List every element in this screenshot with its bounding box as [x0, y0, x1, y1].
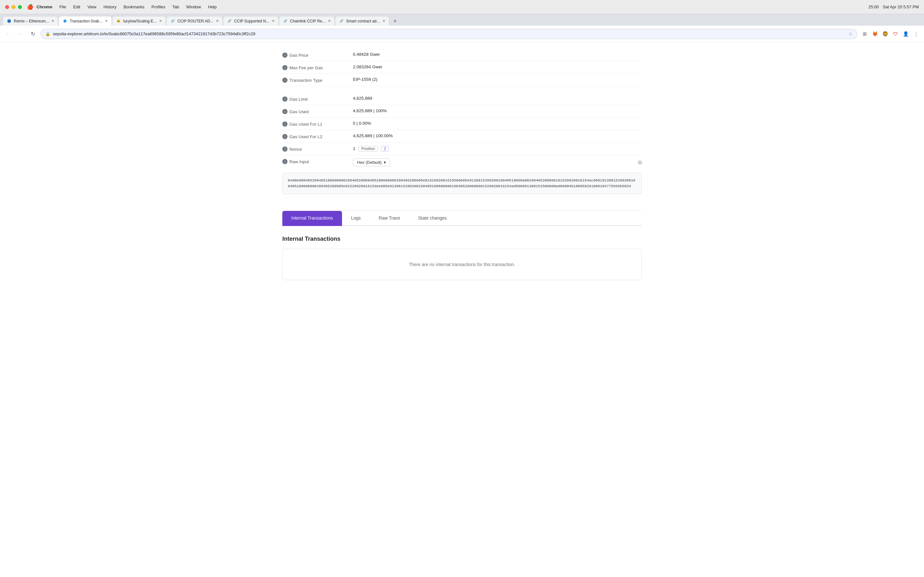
empty-state-box: There are no internal transactions for t…: [282, 249, 642, 280]
tab-navigation: Internal Transactions Logs Raw Trace Sta…: [282, 211, 642, 226]
tab-chainlink[interactable]: 🔗 Chainlink CCIP Re... ✕: [279, 16, 335, 26]
minimize-button[interactable]: [11, 5, 15, 9]
menu-dots-icon[interactable]: ⋮: [912, 30, 920, 38]
nonce-value: 1 Position 2: [353, 146, 642, 152]
raw-input-label: i Raw Input: [282, 158, 353, 164]
tab-close-remix[interactable]: ✕: [51, 19, 54, 23]
profile-icon[interactable]: 👤: [901, 30, 910, 38]
tab-ccip-supported[interactable]: 🔗 CCIP Supported N... ✕: [223, 16, 279, 26]
brave-icon[interactable]: 🦁: [881, 30, 889, 38]
tab-close-ccip-supported[interactable]: ✕: [272, 19, 275, 23]
tab-state-changes[interactable]: State changes: [409, 211, 456, 226]
metamask-icon[interactable]: 🦊: [871, 30, 879, 38]
gas-l2-info-icon[interactable]: i: [282, 134, 288, 139]
tab-title-chainlink: Chainlink CCIP Re...: [290, 19, 325, 23]
tab-title-ccip-router: CCIP ROUTER AD...: [178, 19, 213, 23]
tab-content-internal: Internal Transactions There are no inter…: [282, 226, 642, 290]
ublock-icon[interactable]: 🛡: [891, 30, 900, 38]
gas-used-label: i Gas Used: [282, 108, 353, 114]
tab-favicon-transaction: 🔷: [63, 19, 67, 23]
gas-l1-info-icon[interactable]: i: [282, 121, 288, 127]
tab-close-smart-contract[interactable]: ✕: [383, 19, 385, 23]
menu-history[interactable]: History: [100, 3, 120, 11]
tab-title-lucylow: lucylow/Scaling-E...: [123, 19, 157, 23]
gas-price-row: i Gas Price 0.48428 Gwei: [282, 49, 642, 61]
address-field[interactable]: 🔒 sepolia-explorer.arbitrum.io/tx/0xabc8…: [40, 29, 857, 39]
back-button[interactable]: ←: [4, 29, 13, 39]
max-fee-value: 2.083284 Gwei: [353, 64, 642, 69]
traffic-lights[interactable]: [5, 5, 22, 9]
titlebar-right: 25:00 Sat Apr 20 5:57 PM: [869, 5, 919, 9]
menu-bar: Chrome File Edit View History Bookmarks …: [33, 3, 869, 11]
tab-close-transaction[interactable]: ✕: [105, 19, 108, 23]
menu-chrome[interactable]: Chrome: [33, 3, 55, 11]
tab-title-smart-contract: Smart contract ad...: [346, 19, 380, 23]
refresh-button[interactable]: ↻: [28, 29, 37, 39]
gas-l1-label: i Gas Used For L1: [282, 121, 353, 127]
gas-used-info-icon[interactable]: i: [282, 109, 288, 114]
gas-l1-row: i Gas Used For L1 0 | 0.00%: [282, 118, 642, 130]
gas-l2-value: 4,625,889 | 100.00%: [353, 133, 642, 138]
tab-favicon-ccip-supported: 🔗: [227, 19, 232, 23]
menu-profiles[interactable]: Profiles: [148, 3, 168, 11]
raw-input-row: i Raw Input Hex (Default) ▾ ⧉ 0x60e06040…: [282, 155, 642, 198]
nonce-info-icon[interactable]: i: [282, 147, 288, 152]
tab-transaction[interactable]: 🔷 Transaction 0xab... ✕: [58, 16, 112, 26]
menu-help[interactable]: Help: [205, 3, 220, 11]
tx-type-row: i Transaction Type EIP-1559 (2): [282, 74, 642, 86]
tab-remix[interactable]: 🔵 Remix – Ethereum... ✕: [3, 16, 58, 26]
raw-input-dropdown[interactable]: Hex (Default) ▾: [353, 158, 390, 166]
close-button[interactable]: [5, 5, 9, 9]
nonce-row: i Nonce 1 Position 2: [282, 143, 642, 155]
menu-tab[interactable]: Tab: [169, 3, 182, 11]
tab-smart-contract[interactable]: 🔗 Smart contract ad... ✕: [335, 16, 389, 26]
tab-internal-transactions[interactable]: Internal Transactions: [282, 211, 342, 226]
nonce-label: i Nonce: [282, 146, 353, 152]
gas-limit-info-icon[interactable]: i: [282, 97, 288, 102]
url-text: sepolia-explorer.arbitrum.io/tx/0xabc860…: [53, 31, 846, 36]
tab-logs[interactable]: Logs: [342, 211, 370, 226]
tab-lucylow[interactable]: 🐱 lucylow/Scaling-E... ✕: [112, 16, 166, 26]
menu-edit[interactable]: Edit: [70, 3, 83, 11]
tx-type-info-icon[interactable]: i: [282, 77, 288, 83]
lock-icon: 🔒: [45, 31, 50, 36]
raw-input-info-icon[interactable]: i: [282, 159, 288, 164]
date-display: Sat Apr 20 5:57 PM: [883, 5, 919, 9]
menu-file[interactable]: File: [56, 3, 69, 11]
tab-close-ccip-router[interactable]: ✕: [216, 19, 219, 23]
address-bar: ← → ↻ 🔒 sepolia-explorer.arbitrum.io/tx/…: [0, 26, 924, 42]
max-fee-label: i Max Fee per Gas: [282, 64, 353, 70]
tab-title-transaction: Transaction 0xab...: [69, 19, 102, 23]
copy-raw-input-button[interactable]: ⧉: [638, 160, 642, 165]
gas-l2-label: i Gas Used For L2: [282, 133, 353, 139]
tx-type-value: EIP-1559 (2): [353, 77, 642, 82]
gas-l1-value: 0 | 0.00%: [353, 121, 642, 126]
dropdown-chevron-icon: ▾: [384, 160, 386, 165]
gas-limit-value: 4,625,889: [353, 96, 642, 101]
gas-price-value: 0.48428 Gwei: [353, 52, 642, 57]
empty-state-message: There are no internal transactions for t…: [409, 262, 515, 267]
gas-used-row: i Gas Used 4,625,889 | 100%: [282, 105, 642, 118]
extensions-icon[interactable]: ⊞: [861, 30, 869, 38]
internal-transactions-title: Internal Transactions: [282, 235, 642, 242]
tab-ccip-router[interactable]: 🔗 CCIP ROUTER AD... ✕: [166, 16, 223, 26]
tab-favicon-remix: 🔵: [7, 19, 11, 23]
tab-bar: 🔵 Remix – Ethereum... ✕ 🔷 Transaction 0x…: [0, 14, 924, 26]
max-fee-info-icon[interactable]: i: [282, 65, 288, 70]
menu-window[interactable]: Window: [183, 3, 204, 11]
menu-bookmarks[interactable]: Bookmarks: [120, 3, 148, 11]
bookmark-icon[interactable]: ☆: [848, 31, 853, 37]
forward-button[interactable]: →: [16, 29, 25, 39]
menu-view[interactable]: View: [84, 3, 99, 11]
tab-close-lucylow[interactable]: ✕: [159, 19, 162, 23]
tab-raw-trace[interactable]: Raw Trace: [370, 211, 409, 226]
gas-price-info-icon[interactable]: i: [282, 53, 288, 58]
maximize-button[interactable]: [18, 5, 22, 9]
tab-close-chainlink[interactable]: ✕: [328, 19, 331, 23]
tab-favicon-lucylow: 🐱: [116, 19, 121, 23]
max-fee-row: i Max Fee per Gas 2.083284 Gwei: [282, 61, 642, 74]
raw-input-hex-value: 0x60e06040526040518060800016040528060405…: [282, 173, 642, 194]
new-tab-button[interactable]: +: [391, 17, 400, 26]
gas-l2-row: i Gas Used For L2 4,625,889 | 100.00%: [282, 130, 642, 143]
apple-icon: 🍎: [27, 4, 33, 10]
